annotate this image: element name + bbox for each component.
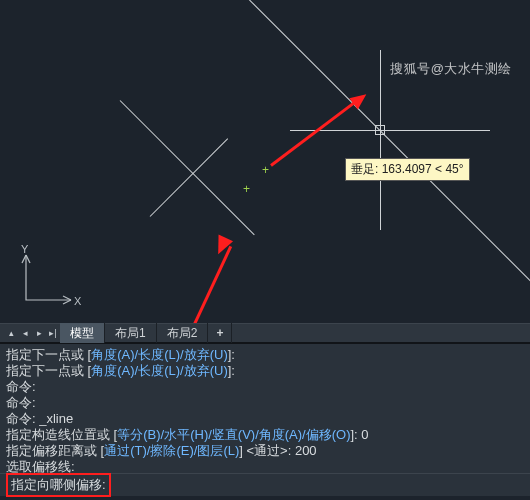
svg-text:Y: Y	[21, 245, 29, 255]
crosshair-vertical	[380, 50, 381, 230]
svg-text:X: X	[74, 295, 82, 307]
tab-add-button[interactable]: +	[208, 323, 232, 343]
tab-nav-next-icon[interactable]: ▸	[32, 325, 46, 341]
watermark-text: 搜狐号@大水牛测绘	[390, 60, 512, 78]
ucs-icon: Y X	[16, 245, 86, 315]
command-prompt-highlight: 指定向哪侧偏移:	[6, 473, 111, 497]
perp-foot-tooltip: 垂足: 163.4097 < 45°	[345, 158, 470, 181]
tab-layout1[interactable]: 布局1	[105, 323, 157, 343]
layout-tab-bar: ▴ ◂ ▸ ▸| 模型 布局1 布局2 +	[0, 323, 530, 343]
annotation-arrow	[270, 102, 355, 167]
point-marker: +	[261, 166, 270, 175]
tab-nav-first-icon[interactable]: ▴	[4, 325, 18, 341]
pick-box	[375, 125, 385, 135]
tab-layout2[interactable]: 布局2	[157, 323, 209, 343]
tab-nav-last-icon[interactable]: ▸|	[46, 325, 60, 341]
annotation-arrow-head	[211, 234, 233, 257]
point-marker: +	[242, 185, 251, 194]
tab-nav-prev-icon[interactable]: ◂	[18, 325, 32, 341]
annotation-arrow	[122, 246, 232, 323]
command-history: 指定下一点或 [角度(A)/长度(L)/放弃(U)]: 指定下一点或 [角度(A…	[0, 343, 530, 473]
tab-model[interactable]: 模型	[60, 323, 105, 343]
command-line[interactable]: 指定向哪侧偏移:	[0, 473, 530, 496]
xline-offset	[120, 100, 255, 235]
model-space-canvas[interactable]: + + 垂足: 163.4097 < 45° Y X 搜狐号@大水牛测绘	[0, 0, 530, 323]
perp-tick	[150, 138, 228, 216]
